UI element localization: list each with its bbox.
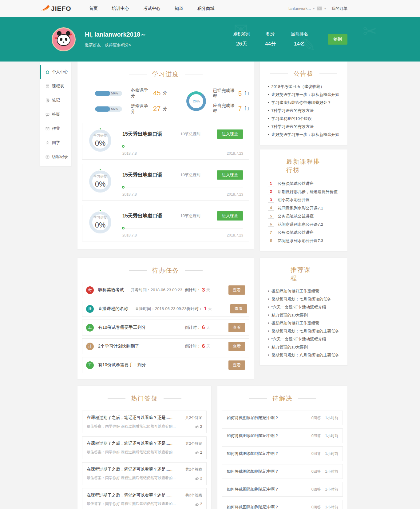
recommended-list: • 摄影师如何做好工作室经营 • 暑期复习规划：七月份阅读的任务 • “六天一套…	[268, 287, 339, 359]
list-item[interactable]: • 学习者易犯的10个错误	[268, 115, 339, 123]
course-title[interactable]: 15天秀出地道口语	[122, 172, 162, 178]
enter-classroom-button[interactable]: 进入课堂	[217, 170, 243, 180]
list-item[interactable]: • 2018年考试日历（建议收藏）	[268, 83, 339, 91]
ranking-item[interactable]: 7 公务员笔试公益讲座	[268, 229, 339, 237]
course-title[interactable]: 15天秀出地道口语	[122, 131, 162, 137]
qa-best-answer: 最佳答案：同学你好 课程过期后笔记仍然可以查看的...	[87, 475, 192, 481]
pending-question-item[interactable]: 如何将截图添加到笔记中啊？ 0回答 1小时前	[222, 482, 343, 497]
sidebar-item-classmates[interactable]: 同学	[40, 136, 71, 150]
bullet-icon: •	[268, 351, 269, 359]
list-item[interactable]: • 7种学习语言的有效方法	[268, 123, 339, 131]
chevron-down-icon[interactable]: ▼	[324, 7, 327, 10]
list-item[interactable]: • 摄影师如何做好工作室经营	[268, 319, 339, 327]
pending-time: 1小时前	[325, 451, 338, 456]
list-item[interactable]: • 7种学习语言的有效方法	[268, 107, 339, 115]
nav-exam-center[interactable]: 考试中心	[143, 6, 160, 11]
ranking-item[interactable]: 4 花间意系列水彩公开课7.1	[268, 204, 339, 213]
announcement-board-card: 公告板 • 2018年考试日历（建议收藏） • 走好英语学习第一步：就从新概念开…	[260, 62, 347, 145]
view-button[interactable]: 查看	[228, 342, 245, 351]
sidebar-item-qa[interactable]: 答疑	[40, 107, 71, 121]
pending-question-item[interactable]: 如何将截图添加到笔记中啊？ 0回答 1小时前	[222, 446, 343, 461]
pending-answer-count: 0回答	[311, 416, 321, 421]
todo-item: 考 职称英语考试 开考时间：2018-06-23 09:23 倒计时： 3 天 …	[82, 282, 249, 298]
list-item[interactable]: • 走好英语学习第一步：就从新概念开始	[268, 91, 339, 99]
due-courses-value: 7	[238, 105, 242, 112]
view-button[interactable]: 查看	[228, 323, 245, 332]
bullet-icon: •	[268, 83, 269, 91]
ranking-item[interactable]: 2 后期做好那几步，能迅速提升价值	[268, 188, 339, 196]
like-count[interactable]: 2	[195, 476, 202, 480]
enter-classroom-button[interactable]: 进入课堂	[217, 129, 243, 139]
section-title: 最新课程排行榜	[286, 157, 321, 174]
list-item[interactable]: • 精力管理的10大要则	[268, 343, 339, 351]
pending-time: 1小时前	[325, 433, 338, 439]
list-item[interactable]: • 走好英语学习第一步：就从新概念开始	[268, 131, 339, 139]
nav-training-center[interactable]: 培训中心	[112, 6, 129, 11]
sidebar-item-notes[interactable]: 笔记	[40, 93, 71, 107]
ranking-item[interactable]: 1 公务员笔试公益讲座	[268, 180, 339, 188]
mail-icon[interactable]	[317, 6, 322, 10]
view-button[interactable]: 查看	[228, 285, 245, 295]
enter-classroom-button[interactable]: 进入课堂	[217, 211, 243, 221]
list-item[interactable]: • 学习建造师能给你带来哪些好处？	[268, 99, 339, 107]
bullet-icon: •	[268, 303, 269, 311]
course-title[interactable]: 15天秀出地道口语	[122, 213, 162, 219]
course-timeline	[122, 188, 243, 188]
ranking-item[interactable]: 5 公务员笔试公益讲座	[268, 212, 339, 221]
avatar[interactable]: ❤ ❤	[52, 27, 76, 51]
invite-friends-link[interactable]: 邀请好友，获得更多积分>	[85, 42, 146, 48]
sidebar-item-visitor-log[interactable]: 访客记录	[40, 150, 71, 164]
course-lessons: 10节总课时	[180, 131, 201, 137]
qa-item[interactable]: 在课程过期了之后，笔记还可以看嘛？还是...... 共2个答案 最佳答案：同学你…	[82, 488, 207, 509]
nav-home[interactable]: 首页	[89, 6, 98, 11]
logo-swoosh-icon	[40, 4, 50, 13]
sidebar-item-homework[interactable]: 作业	[40, 121, 71, 136]
task-time: 直播时间：2018-06-23 09:23	[135, 306, 187, 312]
pending-question-item[interactable]: 如何将截图添加到笔记中啊？ 0回答 1小时前	[222, 411, 343, 425]
rank-number: 7	[268, 230, 274, 235]
countdown-days: 6	[202, 343, 205, 349]
course-start-date: 2018.7.8	[122, 151, 137, 156]
list-item[interactable]: • 暑期复习规划：八月份阅读的主要任务	[268, 351, 339, 359]
pending-question-item[interactable]: 如何将截图添加到笔记中啊？ 0回答 1小时前	[222, 464, 343, 479]
view-button[interactable]: 查看	[230, 304, 247, 313]
jiefo-logo[interactable]: JIEFO	[40, 4, 71, 13]
signin-button[interactable]: 签到	[328, 34, 347, 45]
countdown-days: 1	[204, 306, 207, 312]
qa-item[interactable]: 在课程过期了之后，笔记还可以看嘛？还是...... 共2个答案 最佳答案：同学你…	[82, 462, 207, 485]
pending-question: 如何将截图添加到笔记中啊？	[227, 415, 307, 421]
my-orders-link[interactable]: 我的订单	[331, 6, 347, 11]
course-start-date: 2018.7.8	[122, 233, 137, 237]
list-item[interactable]: • 暑期复习规划：七月份阅读的主要任务	[268, 327, 339, 335]
qa-answer-count: 共2个答案	[185, 441, 202, 446]
qa-item[interactable]: 在课程过期了之后，笔记还可以看嘛？还是...... 共2个答案 最佳答案：同学你…	[82, 436, 207, 459]
pending-question-item[interactable]: 如何将截图添加到笔记中啊？ 0回答 1小时前	[222, 428, 343, 443]
qa-item[interactable]: 在课程过期了之后，笔记还可以看嘛？还是...... 共2个答案 最佳答案：同学你…	[82, 411, 207, 433]
ranking-item[interactable]: 8 花间意系列水彩公开课7.3	[268, 237, 339, 245]
chevron-down-icon[interactable]: ▼	[312, 7, 315, 10]
rank-number: 5	[268, 214, 274, 219]
list-item[interactable]: • 精力管理的10大要则	[268, 311, 339, 319]
pending-question-item[interactable]: 如何将截图添加到笔记中啊？ 0回答 1小时前	[222, 500, 343, 509]
sidebar-item-timetable[interactable]: 课程表	[40, 79, 71, 93]
course-progress-ring: 学习进度 0%	[89, 170, 111, 193]
view-button[interactable]: 查看	[228, 360, 245, 370]
like-count[interactable]: 2	[195, 450, 202, 455]
list-item[interactable]: • “六天一套题”打卡活动流程介绍	[268, 335, 339, 343]
ranking-item[interactable]: 6 花间意系列水彩公开课7.2	[268, 221, 339, 229]
sidebar-item-label: 笔记	[52, 97, 60, 103]
nav-points-mall[interactable]: 积分商城	[197, 6, 215, 11]
list-item[interactable]: • “六天一套题”打卡活动流程介绍	[268, 303, 339, 311]
list-item[interactable]: • 摄影师如何做好工作室经营	[268, 287, 339, 295]
sidebar-item-personal-center[interactable]: 个人中心	[40, 65, 71, 79]
username-menu[interactable]: lanlanwork...	[288, 6, 311, 11]
list-item[interactable]: • 暑期复习规划：七月份阅读的任务	[268, 295, 339, 303]
ranking-item[interactable]: 3 明小花水彩公开课	[268, 196, 339, 204]
task-time: 开考时间：2018-06-23 09:23	[131, 287, 182, 293]
thumbs-up-icon	[195, 476, 199, 480]
nav-know[interactable]: 知道	[175, 6, 183, 11]
like-count[interactable]: 2	[195, 502, 202, 506]
todo-item: 工 有10份试卷需要手工判分 查看	[82, 357, 249, 373]
like-count[interactable]: 2	[195, 424, 202, 429]
bullet-icon: •	[268, 327, 269, 335]
